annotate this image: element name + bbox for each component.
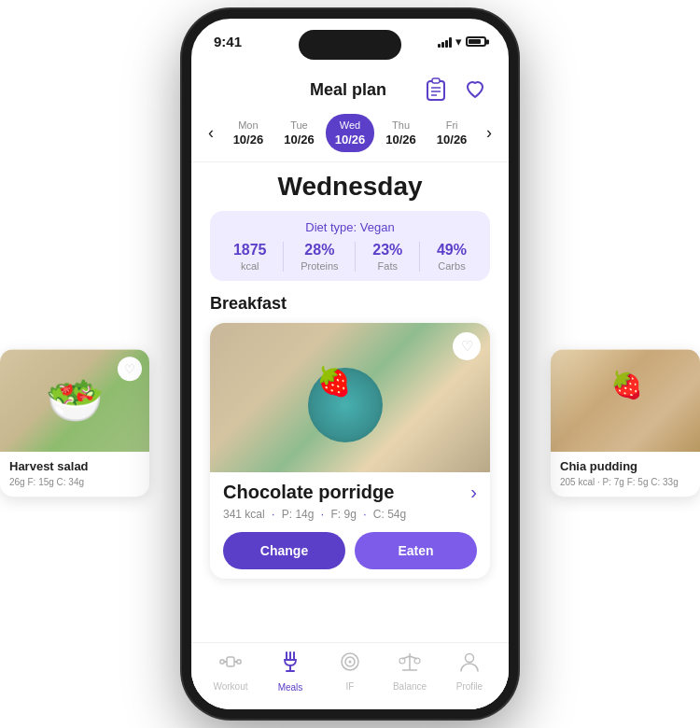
- left-card-heart-icon[interactable]: ♡: [118, 357, 142, 381]
- workout-icon: [219, 651, 242, 678]
- right-card-macros: 205 kcal · P: 7g F: 5g C: 33g: [560, 477, 691, 487]
- left-side-card[interactable]: ♡ Harvest salad 26g F: 15g C: 34g: [0, 349, 149, 497]
- right-card-title: Chia pudding: [560, 459, 691, 473]
- meals-icon: [281, 651, 300, 679]
- day-tue[interactable]: Tue 10/26: [274, 114, 324, 152]
- breakfast-section-title: Breakfast: [210, 294, 490, 314]
- breakfast-actions: Change Eaten: [223, 532, 477, 569]
- workout-label: Workout: [213, 681, 247, 692]
- wifi-icon: ▾: [455, 35, 462, 49]
- day-heading: Wednesday: [210, 172, 490, 202]
- day-mon[interactable]: Mon 10/26: [224, 114, 273, 152]
- nav-workout[interactable]: Workout: [207, 651, 254, 692]
- nav-profile[interactable]: Profile: [446, 651, 493, 692]
- main-content: Wednesday Diet type: Vegan 1875 kcal: [191, 162, 509, 700]
- breakfast-heart-button[interactable]: ♡: [453, 332, 481, 360]
- day-thu[interactable]: Thu 10/26: [376, 114, 426, 152]
- proteins-label: Proteins: [301, 260, 338, 272]
- bottom-navigation: Workout Meals: [191, 642, 509, 709]
- diet-type-label: Diet type:: [305, 220, 357, 234]
- scene: ♡ Harvest salad 26g F: 15g C: 34g Chia p…: [0, 0, 700, 728]
- day-tue-date: 10/26: [284, 133, 315, 147]
- macro-divider-3: [419, 242, 420, 272]
- heart-button[interactable]: [460, 75, 490, 105]
- diet-info-box: Diet type: Vegan 1875 kcal 28% Proteins: [210, 211, 490, 281]
- kcal-label: kcal: [233, 260, 267, 272]
- fats-value: 23%: [372, 242, 402, 259]
- breakfast-carbs: C: 54g: [373, 508, 406, 521]
- nav-balance[interactable]: Balance: [386, 651, 433, 692]
- carbs-macro: 49% Carbs: [437, 242, 467, 272]
- status-time: 9:41: [214, 34, 242, 49]
- day-wed[interactable]: Wed 10/26: [326, 114, 375, 152]
- profile-label: Profile: [456, 681, 483, 692]
- right-side-card[interactable]: Chia pudding 205 kcal · P: 7g F: 5g C: 3…: [551, 349, 700, 497]
- kcal-value: 1875: [233, 242, 267, 259]
- svg-rect-5: [220, 660, 224, 664]
- breakfast-fat: F: 9g: [330, 508, 356, 521]
- macro-divider-2: [355, 242, 356, 272]
- header-icons: [421, 75, 490, 105]
- proteins-value: 28%: [301, 242, 338, 259]
- signal-bars-icon: [438, 36, 452, 48]
- meals-label: Meals: [278, 682, 303, 693]
- balance-label: Balance: [393, 681, 427, 692]
- heart-icon: [465, 79, 485, 100]
- phone-frame: 9:41 ▾ Meal plan: [182, 9, 518, 719]
- fats-macro: 23% Fats: [372, 242, 402, 272]
- day-thu-name: Thu: [392, 119, 410, 131]
- carbs-label: Carbs: [437, 260, 467, 272]
- svg-rect-9: [227, 657, 234, 666]
- day-navigation: ‹ Mon 10/26 Tue 10/26 Wed 10/26: [191, 110, 509, 162]
- clipboard-button[interactable]: [421, 75, 451, 105]
- left-card-title: Harvest salad: [9, 459, 140, 473]
- left-card-macros: 26g F: 15g C: 34g: [9, 477, 140, 487]
- days-row: Mon 10/26 Tue 10/26 Wed 10/26 Thu 10/26: [221, 114, 479, 152]
- day-tue-name: Tue: [290, 119, 308, 131]
- svg-rect-6: [237, 660, 241, 664]
- fats-label: Fats: [372, 260, 402, 272]
- kcal-macro: 1875 kcal: [233, 242, 267, 272]
- left-card-body: Harvest salad 26g F: 15g C: 34g: [0, 452, 149, 497]
- left-card-image: ♡: [0, 349, 149, 452]
- if-icon: [340, 651, 360, 678]
- breakfast-title-row: Chocolate porridge ›: [223, 482, 477, 503]
- svg-rect-1: [432, 78, 440, 83]
- change-button[interactable]: Change: [223, 532, 345, 569]
- day-fri-name: Fri: [446, 119, 458, 131]
- day-fri-date: 10/26: [437, 133, 468, 147]
- balance-icon: [399, 651, 421, 678]
- right-card-body: Chia pudding 205 kcal · P: 7g F: 5g C: 3…: [551, 452, 700, 497]
- app-header: Meal plan: [191, 67, 509, 110]
- eaten-button[interactable]: Eaten: [355, 532, 477, 569]
- day-wed-date: 10/26: [335, 133, 366, 147]
- svg-point-17: [349, 661, 352, 664]
- carbs-value: 49%: [437, 242, 467, 259]
- breakfast-card-body: Chocolate porridge › 341 kcal · P: 14g ·…: [210, 472, 490, 579]
- clipboard-icon: [426, 77, 446, 102]
- day-thu-date: 10/26: [385, 133, 416, 147]
- day-wed-name: Wed: [340, 119, 360, 131]
- day-mon-date: 10/26: [233, 133, 264, 147]
- status-icons: ▾: [438, 35, 486, 49]
- day-mon-name: Mon: [238, 119, 258, 131]
- breakfast-image: ♡: [210, 323, 490, 472]
- macro-divider-1: [283, 242, 284, 272]
- prev-day-button[interactable]: ‹: [201, 119, 221, 147]
- proteins-macro: 28% Proteins: [301, 242, 338, 272]
- breakfast-name: Chocolate porridge: [223, 482, 394, 503]
- breakfast-kcal: 341 kcal: [223, 508, 265, 521]
- next-day-button[interactable]: ›: [479, 119, 499, 147]
- breakfast-card: ♡ Chocolate porridge › 341 kcal · P: 14g…: [210, 323, 490, 579]
- svg-point-24: [466, 654, 474, 663]
- screen: Meal plan: [191, 67, 509, 709]
- oatmeal-image: [210, 323, 490, 472]
- nav-meals[interactable]: Meals: [267, 651, 314, 693]
- diet-type-value: Vegan: [360, 220, 395, 234]
- breakfast-detail-arrow[interactable]: ›: [470, 482, 477, 503]
- day-fri[interactable]: Fri 10/26: [427, 114, 477, 152]
- breakfast-macros: 341 kcal · P: 14g · F: 9g · C: 54g: [223, 508, 477, 521]
- nav-if[interactable]: IF: [327, 651, 373, 692]
- macros-row: 1875 kcal 28% Proteins 23% Fats: [225, 242, 475, 272]
- svg-rect-0: [427, 81, 444, 100]
